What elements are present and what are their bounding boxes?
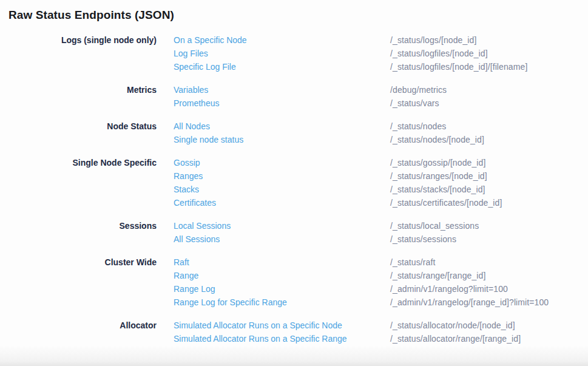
endpoint-path: /_admin/v1/rangelog?limit=100 — [390, 282, 588, 296]
section-category-label: Logs (single node only) — [0, 33, 157, 47]
endpoint-link[interactable]: Variables — [174, 83, 208, 97]
endpoint-section: Cluster WideRaftRangeRange LogRange Log … — [0, 256, 588, 309]
endpoint-link[interactable]: Range Log — [174, 282, 215, 296]
endpoint-link[interactable]: Raft — [174, 256, 189, 269]
section-paths: /_status/nodes/_status/nodes/[node_id] — [390, 120, 588, 146]
endpoint-path: /_status/stacks/[node_id] — [390, 183, 588, 196]
endpoint-link[interactable]: Simulated Allocator Runs on a Specific R… — [174, 332, 347, 345]
section-category-label: Allocator — [0, 319, 157, 332]
endpoint-section: Single Node SpecificGossipRangesStacksCe… — [0, 156, 588, 209]
endpoint-path: /_status/raft — [390, 256, 588, 269]
endpoints-table: Logs (single node only)On a Specific Nod… — [0, 33, 588, 345]
endpoint-path: /_status/sessions — [390, 232, 588, 246]
endpoint-link[interactable]: Gossip — [174, 156, 200, 169]
endpoint-link[interactable]: Specific Log File — [174, 60, 236, 73]
endpoint-link[interactable]: Local Sessions — [174, 219, 231, 232]
endpoint-path: /_status/range/[range_id] — [390, 269, 588, 282]
endpoint-path: /_status/nodes/[node_id] — [390, 133, 588, 146]
endpoint-section: SessionsLocal SessionsAll Sessions/_stat… — [0, 219, 588, 246]
endpoint-path: /_status/logfiles/[node_id]/[filename] — [390, 60, 588, 73]
section-links: VariablesPrometheus — [174, 83, 373, 110]
section-category-label: Metrics — [0, 83, 157, 97]
endpoint-section: AllocatorSimulated Allocator Runs on a S… — [0, 319, 588, 345]
endpoint-path: /debug/metrics — [390, 83, 588, 97]
endpoint-path: /_status/local_sessions — [390, 219, 588, 232]
section-links: RaftRangeRange LogRange Log for Specific… — [174, 256, 373, 309]
endpoint-path: /_status/ranges/[node_id] — [390, 169, 588, 183]
endpoint-link[interactable]: Certificates — [174, 196, 216, 209]
section-category-label: Node Status — [0, 120, 157, 133]
section-paths: /_status/raft/_status/range/[range_id]/_… — [390, 256, 588, 309]
endpoint-section: MetricsVariablesPrometheus/debug/metrics… — [0, 83, 588, 110]
section-links: Simulated Allocator Runs on a Specific N… — [174, 319, 373, 345]
page-title: Raw Status Endpoints (JSON) — [8, 8, 174, 22]
section-links: GossipRangesStacksCertificates — [174, 156, 373, 209]
endpoint-path: /_status/vars — [390, 97, 588, 110]
endpoint-link[interactable]: Range Log for Specific Range — [174, 296, 287, 309]
endpoint-section: Node StatusAll NodesSingle node status/_… — [0, 120, 588, 146]
endpoint-link[interactable]: All Nodes — [174, 120, 210, 133]
section-paths: /debug/metrics/_status/vars — [390, 83, 588, 110]
endpoint-link[interactable]: Log Files — [174, 47, 208, 60]
endpoint-link[interactable]: Range — [174, 269, 198, 282]
section-paths: /_status/gossip/[node_id]/_status/ranges… — [390, 156, 588, 209]
section-links: All NodesSingle node status — [174, 120, 373, 146]
endpoint-link[interactable]: Ranges — [174, 169, 203, 183]
endpoint-link[interactable]: On a Specific Node — [174, 33, 247, 47]
endpoint-path: /_status/logs/[node_id] — [390, 33, 588, 47]
section-links: Local SessionsAll Sessions — [174, 219, 373, 246]
endpoint-link[interactable]: All Sessions — [174, 232, 220, 246]
section-paths: /_status/local_sessions/_status/sessions — [390, 219, 588, 246]
endpoint-path: /_status/certificates/[node_id] — [390, 196, 588, 209]
section-paths: /_status/allocator/node/[node_id]/_statu… — [390, 319, 588, 345]
endpoint-path: /_status/allocator/node/[node_id] — [390, 319, 588, 332]
endpoint-link[interactable]: Prometheus — [174, 97, 219, 110]
endpoint-path: /_admin/v1/rangelog/[range_id]?limit=100 — [390, 296, 588, 309]
debug-endpoints-page: Raw Status Endpoints (JSON) Logs (single… — [0, 0, 588, 366]
endpoint-path: /_status/nodes — [390, 120, 588, 133]
section-links: On a Specific NodeLog FilesSpecific Log … — [174, 33, 373, 73]
endpoint-section: Logs (single node only)On a Specific Nod… — [0, 33, 588, 73]
section-paths: /_status/logs/[node_id]/_status/logfiles… — [390, 33, 588, 73]
endpoint-link[interactable]: Single node status — [174, 133, 243, 146]
bottom-fade-divider — [0, 345, 588, 366]
section-category-label: Sessions — [0, 219, 157, 232]
endpoint-path: /_status/gossip/[node_id] — [390, 156, 588, 169]
endpoint-link[interactable]: Simulated Allocator Runs on a Specific N… — [174, 319, 342, 332]
endpoint-path: /_status/allocator/range/[range_id] — [390, 332, 588, 345]
endpoint-path: /_status/logfiles/[node_id] — [390, 47, 588, 60]
section-category-label: Single Node Specific — [0, 156, 157, 169]
section-category-label: Cluster Wide — [0, 256, 157, 269]
endpoint-link[interactable]: Stacks — [174, 183, 199, 196]
